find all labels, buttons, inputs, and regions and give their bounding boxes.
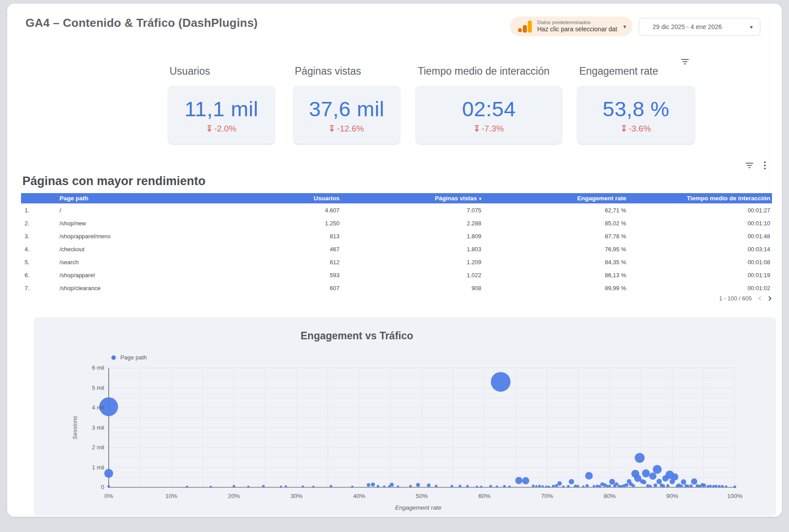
bubble[interactable] (618, 485, 620, 487)
bubble[interactable] (696, 484, 699, 487)
bubble[interactable] (606, 485, 608, 487)
bubble[interactable] (671, 473, 679, 481)
date-range-control[interactable]: 29 dic 2025 - 4 ene 2026 ▾ (639, 18, 760, 36)
bubble[interactable] (707, 485, 709, 488)
bubble[interactable] (577, 485, 579, 487)
bubble[interactable] (383, 486, 386, 488)
bubble[interactable] (397, 486, 399, 488)
bubble[interactable] (609, 479, 615, 485)
bubble[interactable] (210, 486, 212, 488)
bubble[interactable] (649, 473, 657, 480)
bubble[interactable] (653, 484, 657, 487)
bubble[interactable] (585, 484, 589, 487)
bubble[interactable] (312, 486, 314, 488)
bubble[interactable] (718, 485, 721, 488)
bubble[interactable] (635, 453, 645, 463)
table-more-options-icon[interactable] (762, 161, 768, 169)
bubble[interactable] (569, 479, 574, 485)
bubble[interactable] (367, 483, 370, 487)
bubble[interactable] (503, 485, 506, 488)
bubble[interactable] (104, 469, 113, 478)
filter-icon[interactable] (681, 59, 689, 65)
bubble[interactable] (596, 485, 598, 487)
bubble[interactable] (567, 485, 570, 488)
bubble[interactable] (625, 483, 628, 487)
bubble[interactable] (649, 485, 652, 487)
bubble[interactable] (522, 477, 529, 484)
column-header-engagement-rate[interactable]: Engagement rate (483, 195, 628, 202)
bubble[interactable] (702, 484, 706, 487)
bubble[interactable] (458, 485, 461, 487)
bubble[interactable] (653, 465, 662, 474)
table-filter-icon[interactable] (745, 162, 753, 169)
bubble[interactable] (285, 485, 287, 487)
bubble[interactable] (489, 485, 492, 488)
bubble[interactable] (262, 485, 265, 488)
bubble[interactable] (734, 486, 736, 488)
bubble[interactable] (233, 485, 235, 488)
bubble[interactable] (562, 486, 564, 488)
bubble[interactable] (496, 486, 498, 488)
bubble[interactable] (646, 484, 649, 487)
bubble[interactable] (691, 478, 697, 485)
bubble[interactable] (377, 485, 379, 488)
bubble[interactable] (725, 486, 727, 488)
bubble[interactable] (690, 484, 693, 487)
bubble[interactable] (557, 481, 562, 486)
bubble[interactable] (435, 485, 437, 487)
bubble[interactable] (351, 486, 353, 488)
bubble[interactable] (662, 484, 665, 487)
bubble[interactable] (642, 480, 646, 484)
bubble[interactable] (515, 477, 522, 484)
bubble[interactable] (466, 485, 469, 488)
bubble[interactable] (582, 486, 585, 488)
column-header-usuarios[interactable]: Usuarios (254, 195, 341, 202)
bubble[interactable] (542, 485, 544, 487)
column-header-page-path[interactable]: Page path (59, 195, 254, 202)
bubble[interactable] (107, 485, 110, 488)
bubble[interactable] (681, 479, 686, 485)
bubble[interactable] (552, 485, 555, 487)
data-source-control[interactable]: Datos predeterminados Haz clic para sele… (510, 17, 632, 36)
bubble[interactable] (509, 486, 511, 488)
pagination-prev-icon[interactable]: ‹ (758, 294, 762, 303)
bubble[interactable] (620, 485, 623, 488)
column-header-paginas-vistas[interactable]: Páginas vistas▾ (341, 195, 483, 202)
bubble[interactable] (390, 483, 394, 487)
bubble[interactable] (532, 485, 534, 487)
bubble[interactable] (555, 484, 558, 487)
bubble[interactable] (545, 486, 547, 488)
bubble[interactable] (574, 485, 577, 487)
bubble[interactable] (721, 485, 724, 488)
bubble[interactable] (186, 486, 188, 488)
bubble[interactable] (593, 485, 595, 488)
bubble[interactable] (476, 486, 478, 488)
bubble[interactable] (371, 482, 375, 486)
bubble[interactable] (247, 486, 250, 488)
bubble[interactable] (715, 485, 717, 487)
bubble[interactable] (615, 482, 618, 486)
bubble[interactable] (680, 485, 683, 487)
bubble[interactable] (712, 485, 715, 488)
bubble[interactable] (538, 485, 541, 487)
pagination-next-icon[interactable]: › (768, 294, 772, 303)
chevron-down-icon[interactable]: ▾ (623, 23, 626, 30)
bubble[interactable] (330, 485, 332, 488)
bubble[interactable] (632, 484, 635, 487)
bubble[interactable] (409, 485, 412, 488)
bubble[interactable] (666, 484, 670, 487)
bubble[interactable] (687, 485, 689, 487)
bubble[interactable] (548, 486, 550, 488)
bubble[interactable] (416, 483, 420, 487)
bubble[interactable] (450, 485, 453, 488)
bubble[interactable] (585, 472, 593, 480)
bubble[interactable] (642, 469, 650, 477)
bubble[interactable] (480, 486, 483, 488)
column-header-tiempo-medio[interactable]: Tiempo medio de interacción (628, 195, 772, 202)
bubble[interactable] (535, 485, 538, 487)
chevron-down-icon[interactable]: ▾ (750, 24, 753, 30)
bubble[interactable] (608, 485, 611, 487)
bubble[interactable] (709, 485, 712, 487)
bubble[interactable] (280, 486, 282, 488)
bubble[interactable] (598, 485, 601, 488)
